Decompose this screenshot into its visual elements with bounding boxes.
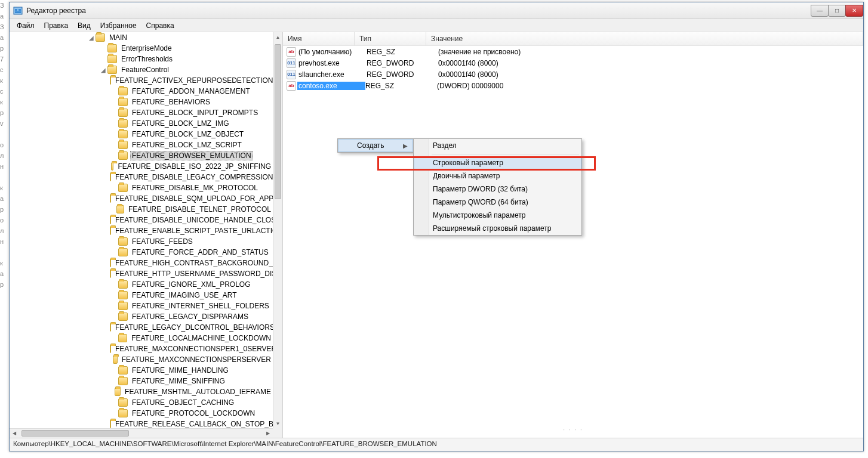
context-item[interactable]: Раздел [414, 139, 581, 152]
value-type: REG_DWORD [367, 59, 438, 67]
menu-bar: Файл Правка Вид Избранное Справка [10, 19, 863, 32]
tree-item[interactable]: FEATURE_BLOCK_LMZ_OBJECT [10, 129, 273, 140]
title-bar[interactable]: Редактор реестра — □ ✕ [10, 2, 863, 19]
tree-item[interactable]: FEATURE_BROWSER_EMULATION [10, 150, 273, 161]
col-header-type[interactable]: Тип [355, 32, 426, 45]
tree-item[interactable]: EnterpriseMode [10, 43, 273, 54]
context-separator [432, 154, 579, 154]
tree-item[interactable]: FEATURE_ACTIVEX_REPURPOSEDETECTION [10, 75, 273, 86]
tree-view[interactable]: ◢MAINEnterpriseModeErrorThresholds◢Featu… [10, 32, 273, 428]
value-row[interactable]: 011sllauncher.exeREG_DWORD0x00001f40 (80… [283, 69, 863, 80]
dword-value-icon: 011 [287, 70, 296, 79]
tree-item-label: FEATURE_DISABLE_SQM_UPLOAD_FOR_APP [113, 194, 273, 203]
tree-item[interactable]: FEATURE_MAXCONNECTIONSPER1_0SERVER [10, 344, 273, 354]
expand-twisty-icon[interactable]: ◢ [99, 67, 107, 73]
string-value-icon: ab [287, 47, 296, 57]
tree-item[interactable]: FEATURE_LOCALMACHINE_LOCKDOWN [10, 333, 273, 344]
tree-item[interactable]: FEATURE_FEEDS [10, 236, 273, 247]
tree-item[interactable]: FEATURE_DISABLE_UNICODE_HANDLE_CLOSING_ [10, 215, 273, 225]
tree-item[interactable]: FEATURE_DISABLE_ISO_2022_JP_SNIFFING [10, 161, 273, 172]
value-list[interactable]: ab(По умолчанию)REG_SZ(значение не присв… [283, 46, 863, 438]
tree-item[interactable]: FEATURE_OBJECT_CACHING [10, 397, 273, 408]
tree-item[interactable]: FEATURE_DISABLE_LEGACY_COMPRESSION [10, 172, 273, 182]
folder-icon [118, 398, 128, 407]
menu-view[interactable]: Вид [73, 20, 96, 31]
tree-item[interactable]: FEATURE_INTERNET_SHELL_FOLDERS [10, 301, 273, 311]
tree-item[interactable]: FEATURE_IGNORE_XML_PROLOG [10, 279, 273, 290]
status-path: Компьютер\HKEY_LOCAL_MACHINE\SOFTWARE\Mi… [13, 440, 437, 447]
folder-icon [107, 55, 117, 63]
folder-icon [111, 162, 113, 171]
menu-help[interactable]: Справка [141, 20, 179, 31]
tree-item[interactable]: FEATURE_MIME_SNIFFING [10, 376, 273, 386]
tree-item[interactable]: FEATURE_MIME_HANDLING [10, 365, 273, 376]
tree-vertical-scrollbar[interactable]: ▲ ▼ [273, 32, 282, 428]
context-item[interactable]: Параметр QWORD (64 бита) [414, 196, 581, 209]
tree-item[interactable]: FEATURE_MSHTML_AUTOLOAD_IEFRAME [10, 386, 273, 397]
context-item[interactable]: Параметр DWORD (32 бита) [414, 182, 581, 196]
tree-item[interactable]: FEATURE_DISABLE_MK_PROTOCOL [10, 182, 273, 193]
tree-item[interactable]: ◢MAIN [10, 32, 273, 43]
tree-item-label: FEATURE_HTTP_USERNAME_PASSWORD_DISABLE [113, 269, 273, 278]
scrollbar-thumb[interactable] [21, 430, 129, 437]
minimize-button[interactable]: — [811, 5, 829, 17]
tree-item[interactable]: FEATURE_DISABLE_SQM_UPLOAD_FOR_APP [10, 193, 273, 204]
close-button[interactable]: ✕ [845, 5, 863, 17]
scrollbar-thumb[interactable] [275, 44, 281, 199]
tree-item-label: FEATURE_FEEDS [130, 237, 195, 246]
context-item[interactable]: Мультистроковый параметр [414, 209, 581, 222]
menu-file[interactable]: Файл [12, 20, 39, 31]
tree-item[interactable]: FEATURE_RELEASE_CALLBACK_ON_STOP_BINDING [10, 419, 273, 428]
context-item[interactable]: Расширяемый строковый параметр [414, 222, 581, 235]
tree-item[interactable]: FEATURE_LEGACY_DLCONTROL_BEHAVIORS [10, 322, 273, 333]
background-clutter: ЗаЗар7скскрvолнкаролнкар [0, 0, 9, 458]
tree-item[interactable]: FEATURE_DISABLE_TELNET_PROTOCOL [10, 204, 273, 215]
context-item-label: Раздел [433, 141, 457, 150]
tree-item[interactable]: FEATURE_BLOCK_LMZ_IMG [10, 118, 273, 129]
tree-item[interactable]: FEATURE_MAXCONNECTIONSPERSERVER [10, 354, 273, 365]
context-item-create[interactable]: Создать ▶ [338, 139, 413, 152]
tree-item[interactable]: FEATURE_LEGACY_DISPPARAMS [10, 311, 273, 322]
menu-favorite[interactable]: Избранное [96, 20, 141, 31]
col-header-data[interactable]: Значение [426, 32, 863, 45]
folder-icon [116, 205, 124, 213]
tree-item[interactable]: ◢FeatureControl [10, 64, 273, 75]
tree-item-label: FEATURE_DISABLE_LEGACY_COMPRESSION [113, 172, 273, 182]
tree-item-label: FEATURE_MAXCONNECTIONSPER1_0SERVER [113, 344, 273, 354]
tree-item-label: FEATURE_DISABLE_MK_PROTOCOL [130, 183, 260, 193]
tree-item[interactable]: FEATURE_IMAGING_USE_ART [10, 290, 273, 301]
context-item[interactable]: Строковый параметр [414, 156, 581, 169]
tree-item-label: FEATURE_ADDON_MANAGEMENT [130, 86, 252, 96]
tree-item[interactable]: FEATURE_BEHAVIORS [10, 97, 273, 107]
menu-edit[interactable]: Правка [39, 20, 73, 31]
folder-icon [118, 248, 128, 256]
window-title: Редактор реестра [26, 7, 86, 15]
tree-item[interactable]: FEATURE_ENABLE_SCRIPT_PASTE_URLACTION_IF… [10, 225, 273, 236]
expand-twisty-icon[interactable]: ◢ [87, 35, 96, 41]
tree-item[interactable]: FEATURE_HTTP_USERNAME_PASSWORD_DISABLE [10, 268, 273, 279]
tree-item[interactable]: FEATURE_BLOCK_INPUT_PROMPTS [10, 107, 273, 118]
context-item[interactable]: Двоичный параметр [414, 169, 581, 182]
tree-horizontal-scrollbar[interactable]: ◀ ▶ [10, 428, 273, 438]
tree-item-label: FEATURE_LOCALMACHINE_LOCKDOWN [130, 333, 273, 343]
folder-icon [110, 227, 111, 235]
tree-item-label: FEATURE_BLOCK_LMZ_SCRIPT [130, 140, 244, 150]
list-header[interactable]: Имя Тип Значение [283, 32, 863, 46]
maximize-button[interactable]: □ [828, 5, 846, 17]
tree-item[interactable]: FEATURE_BLOCK_LMZ_SCRIPT [10, 140, 273, 150]
context-item-label: Параметр DWORD (32 бита) [433, 185, 528, 193]
tree-item-label: FEATURE_ACTIVEX_REPURPOSEDETECTION [113, 76, 273, 85]
context-item-label: Создать [357, 141, 384, 150]
value-row[interactable]: 011prevhost.exeREG_DWORD0x00001f40 (8000… [283, 57, 863, 69]
tree-item[interactable]: FEATURE_HIGH_CONTRAST_BACKGROUND_IMAG [10, 258, 273, 268]
value-row[interactable]: ab(По умолчанию)REG_SZ(значение не присв… [283, 46, 863, 57]
folder-icon [110, 323, 111, 332]
context-item-label: Параметр QWORD (64 бита) [433, 198, 528, 206]
tree-item[interactable]: FEATURE_ADDON_MANAGEMENT [10, 86, 273, 97]
folder-icon [113, 355, 117, 364]
tree-item[interactable]: FEATURE_PROTOCOL_LOCKDOWN [10, 408, 273, 419]
tree-item[interactable]: FEATURE_FORCE_ADDR_AND_STATUS [10, 247, 273, 258]
col-header-name[interactable]: Имя [283, 32, 355, 45]
tree-item[interactable]: ErrorThresholds [10, 54, 273, 64]
value-row[interactable]: abcontoso.exeREG_SZ(DWORD) 00009000 [283, 80, 863, 91]
